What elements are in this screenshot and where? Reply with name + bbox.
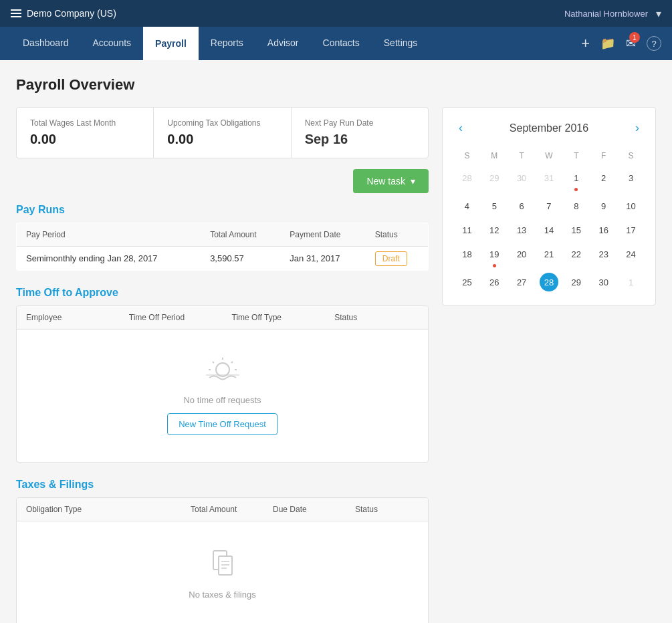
calendar-title: September 2016: [510, 122, 588, 134]
mail-icon[interactable]: ✉ 1: [626, 36, 636, 51]
calendar-cell[interactable]: 19: [481, 242, 508, 270]
calendar: ‹ September 2016 › SMTWTFS28293031123456…: [442, 107, 656, 305]
calendar-cell[interactable]: 22: [562, 242, 590, 270]
page-title: Payroll Overview: [16, 76, 656, 94]
calendar-cell[interactable]: 28: [536, 270, 563, 294]
col-time-off-period: Time Off Period: [120, 306, 223, 329]
content-layout: Total Wages Last Month 0.00 Upcoming Tax…: [16, 107, 656, 623]
calendar-cell[interactable]: 27: [508, 270, 536, 294]
calendar-cell[interactable]: 30: [590, 270, 617, 294]
pay-runs-table: Pay Period Total Amount Payment Date Sta…: [16, 223, 429, 271]
calendar-cell[interactable]: 10: [617, 194, 645, 218]
calendar-cell[interactable]: 24: [617, 242, 645, 270]
company-name: Demo Company (US): [27, 8, 116, 19]
calendar-cell[interactable]: 29: [481, 166, 508, 194]
calendar-cell[interactable]: 17: [617, 218, 645, 242]
user-dropdown-icon[interactable]: ▾: [656, 7, 661, 20]
stat-tax-value: 0.00: [167, 132, 277, 147]
cell-pay-period: Semimonthly ending Jan 28, 2017: [17, 247, 201, 271]
calendar-cell[interactable]: 9: [590, 194, 617, 218]
calendar-next-button[interactable]: ›: [630, 118, 645, 138]
cell-payment-date: Jan 31, 2017: [280, 247, 365, 271]
calendar-cell[interactable]: 20: [508, 242, 536, 270]
calendar-cell[interactable]: 26: [481, 270, 508, 294]
time-off-empty-text: No time off requests: [183, 395, 261, 405]
nav-contacts[interactable]: Contacts: [311, 27, 372, 60]
calendar-cell[interactable]: 29: [562, 270, 590, 294]
stat-tax: Upcoming Tax Obligations 0.00: [154, 108, 291, 158]
add-icon[interactable]: +: [581, 35, 590, 52]
svg-point-0: [216, 363, 229, 376]
svg-line-5: [213, 362, 214, 363]
calendar-cell[interactable]: 13: [508, 218, 536, 242]
stat-payrun-value: Sep 16: [305, 132, 415, 147]
nav-bar: Dashboard Accounts Payroll Reports Advis…: [0, 27, 672, 60]
calendar-day-header: T: [508, 148, 536, 166]
taxes-section: Taxes & Filings Obligation Type Total Am…: [16, 479, 429, 623]
help-icon[interactable]: ?: [647, 36, 661, 51]
calendar-day-header: W: [536, 148, 563, 166]
calendar-cell[interactable]: 5: [481, 194, 508, 218]
calendar-cell[interactable]: 25: [453, 270, 481, 294]
new-task-dropdown-icon[interactable]: ▾: [411, 176, 415, 186]
col-employee: Employee: [17, 306, 120, 329]
calendar-header: ‹ September 2016 ›: [453, 118, 645, 138]
calendar-cell[interactable]: 31: [536, 166, 563, 194]
col-obligation-type: Obligation Type: [17, 498, 181, 521]
taxes-header: Obligation Type Total Amount Due Date St…: [17, 498, 428, 521]
time-off-header: Employee Time Off Period Time Off Type S…: [17, 306, 428, 330]
task-row: New task ▾: [16, 169, 429, 193]
calendar-cell[interactable]: 28: [453, 166, 481, 194]
calendar-cell[interactable]: 3: [617, 166, 645, 194]
calendar-grid: SMTWTFS282930311234567891011121314151617…: [453, 148, 645, 294]
nav-icons: + 📁 ✉ 1 ?: [581, 35, 661, 52]
calendar-cell[interactable]: 11: [453, 218, 481, 242]
calendar-cell[interactable]: 2: [590, 166, 617, 194]
nav-advisor[interactable]: Advisor: [255, 27, 311, 60]
calendar-cell[interactable]: 21: [536, 242, 563, 270]
new-task-button[interactable]: New task ▾: [353, 169, 429, 193]
calendar-prev-button[interactable]: ‹: [453, 118, 468, 138]
time-off-empty-icon: [206, 356, 239, 387]
hamburger-icon[interactable]: [11, 9, 21, 17]
nav-payroll[interactable]: Payroll: [143, 27, 199, 60]
calendar-cell[interactable]: 12: [481, 218, 508, 242]
col-time-off-type: Time Off Type: [223, 306, 326, 329]
calendar-cell[interactable]: 6: [508, 194, 536, 218]
calendar-cell[interactable]: 14: [536, 218, 563, 242]
calendar-cell[interactable]: 1: [617, 270, 645, 294]
taxes-table: Obligation Type Total Amount Due Date St…: [16, 497, 429, 623]
pay-runs-section: Pay Runs Pay Period Total Amount Payment…: [16, 204, 429, 271]
table-row[interactable]: Semimonthly ending Jan 28, 2017 3,590.57…: [17, 247, 429, 271]
calendar-cell[interactable]: 30: [508, 166, 536, 194]
folder-icon[interactable]: 📁: [600, 36, 615, 51]
col-status: Status: [325, 306, 428, 329]
calendar-day-header: S: [617, 148, 645, 166]
calendar-cell[interactable]: 4: [453, 194, 481, 218]
nav-dashboard[interactable]: Dashboard: [11, 27, 81, 60]
pay-runs-title: Pay Runs: [16, 204, 429, 216]
stat-payrun-label: Next Pay Run Date: [305, 118, 415, 128]
col-status: Status: [366, 223, 429, 247]
calendar-dot: [493, 264, 496, 267]
calendar-day-header: S: [453, 148, 481, 166]
time-off-table: Employee Time Off Period Time Off Type S…: [16, 305, 429, 463]
calendar-cell[interactable]: 15: [562, 218, 590, 242]
nav-settings[interactable]: Settings: [372, 27, 430, 60]
time-off-empty: No time off requests New Time Off Reques…: [17, 330, 428, 462]
taxes-empty-icon: [208, 548, 237, 582]
calendar-cell[interactable]: 18: [453, 242, 481, 270]
stats-bar: Total Wages Last Month 0.00 Upcoming Tax…: [16, 107, 429, 158]
calendar-cell[interactable]: 1: [562, 166, 590, 194]
nav-accounts[interactable]: Accounts: [81, 27, 144, 60]
calendar-cell[interactable]: 16: [590, 218, 617, 242]
nav-reports[interactable]: Reports: [199, 27, 255, 60]
content-main: Total Wages Last Month 0.00 Upcoming Tax…: [16, 107, 429, 623]
col-pay-period: Pay Period: [17, 223, 201, 247]
stat-wages-label: Total Wages Last Month: [30, 118, 140, 128]
calendar-cell[interactable]: 23: [590, 242, 617, 270]
calendar-cell[interactable]: 8: [562, 194, 590, 218]
taxes-empty: No taxes & filings: [17, 521, 428, 623]
new-time-off-request-button[interactable]: New Time Off Request: [167, 413, 277, 435]
calendar-cell[interactable]: 7: [536, 194, 563, 218]
